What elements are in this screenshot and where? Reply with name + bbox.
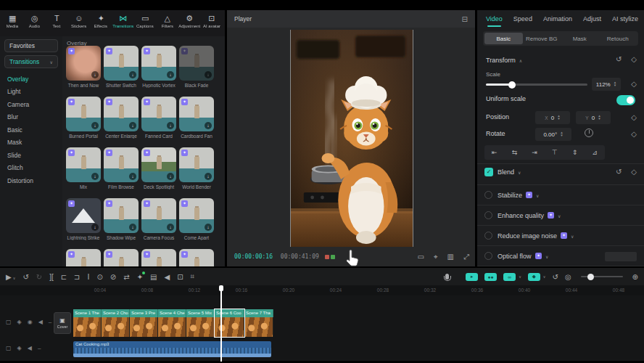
- keyframe-icon[interactable]: ◇: [631, 130, 637, 138]
- uniform-scale-toggle[interactable]: [616, 95, 635, 105]
- transition-item[interactable]: ✦↓: [66, 249, 101, 266]
- captions-tool-icon[interactable]: ▤: [150, 273, 157, 281]
- subtab-retouch[interactable]: Retouch: [599, 33, 637, 44]
- tab-filters[interactable]: △Filters: [157, 12, 179, 36]
- level-icon[interactable]: ⊿: [592, 149, 598, 156]
- lock-icon[interactable]: ◈: [17, 345, 22, 351]
- track-frame-icon[interactable]: ▢: [6, 319, 12, 325]
- step-down-icon[interactable]: ▼: [614, 84, 616, 87]
- mark-in-icon[interactable]: Ⅰ: [88, 273, 90, 281]
- snapshot-icon[interactable]: ⌖: [434, 253, 438, 261]
- quality-icon[interactable]: ▥: [447, 253, 454, 261]
- transition-item-camera-focus[interactable]: ✦↓Camera Focus: [141, 198, 176, 240]
- flip-horizontal-icon[interactable]: ⇆: [512, 149, 518, 156]
- transition-item[interactable]: ✦↓: [141, 249, 176, 266]
- transition-thumbnail[interactable]: ✦↓: [66, 147, 101, 182]
- sidebar-item-blur[interactable]: Blur: [0, 111, 62, 124]
- tab-media[interactable]: ▦Media: [1, 12, 24, 36]
- optical-flow-action[interactable]: [605, 252, 637, 261]
- optical-flow-checkbox[interactable]: [484, 252, 492, 260]
- clip-scene-4-che[interactable]: Scene 4 Che: [158, 309, 186, 337]
- align-left-icon[interactable]: ⇤: [492, 149, 498, 156]
- transition-item-lightning-strike[interactable]: ✦↓Lightning Strike: [66, 198, 101, 240]
- chevron-down-icon[interactable]: ∨: [536, 193, 539, 198]
- transition-thumbnail[interactable]: ✦↓: [179, 97, 214, 131]
- tab-text[interactable]: TText: [46, 12, 68, 36]
- chevron-down-icon[interactable]: ∨: [545, 254, 548, 259]
- tab-adjust[interactable]: Adjust: [583, 15, 601, 23]
- transition-item-cardboard-fan[interactable]: ✦↓Cardboard Fan: [179, 97, 214, 139]
- freeze-icon[interactable]: ⊙: [96, 273, 102, 281]
- reduce-image-noise-checkbox[interactable]: [484, 232, 492, 240]
- auto-snapping-icon[interactable]: ◆: [528, 273, 540, 281]
- enhance-quality-checkbox[interactable]: [484, 211, 492, 219]
- tab-speed[interactable]: Speed: [513, 15, 532, 23]
- trim-right-icon[interactable]: ⊐: [74, 273, 80, 281]
- scale-slider-handle[interactable]: [508, 81, 516, 89]
- chevron-down-icon[interactable]: ∨: [519, 274, 521, 279]
- timeline-zoom-slider[interactable]: [581, 276, 623, 277]
- transition-item-center-enlarge[interactable]: ✦↓Center Enlarge: [104, 97, 139, 139]
- sidebar-item-basic[interactable]: Basic: [0, 123, 62, 136]
- microphone-icon[interactable]: [445, 274, 449, 280]
- clip-scene-5-mix[interactable]: Scene 5 Mix: [186, 309, 215, 337]
- tab-ai-avatar[interactable]: ⊡AI avatar: [201, 12, 223, 36]
- tab-captions[interactable]: ▭Captions: [134, 12, 157, 36]
- tab-ai-stylize[interactable]: AI stylize: [612, 15, 638, 23]
- audio-clip[interactable]: Cat Cooking.mp3: [73, 341, 271, 357]
- transition-item-hypnotic-vortex[interactable]: ✦↓Hypnotic Vortex: [141, 46, 176, 88]
- clip-scene-3-pre[interactable]: Scene 3 Pre: [130, 309, 158, 337]
- step-down-icon[interactable]: ▼: [598, 118, 600, 121]
- collapse-icon[interactable]: –: [38, 345, 41, 351]
- transition-thumbnail[interactable]: ✦↓: [104, 249, 139, 266]
- transition-thumbnail[interactable]: ✦↓: [66, 46, 101, 81]
- reset-icon[interactable]: ↺: [616, 55, 622, 63]
- sidebar-item-distortion[interactable]: Distortion: [0, 174, 62, 187]
- transition-item-then-and-now[interactable]: ✦↓Then and Now: [66, 46, 101, 88]
- trim-left-icon[interactable]: ⊏: [61, 273, 67, 281]
- clip-scene-6-coo[interactable]: Scene 6 Coo: [215, 309, 244, 337]
- transition-item-burned-portal[interactable]: ✦↓Burned Portal: [66, 97, 101, 139]
- collapse-icon[interactable]: –: [49, 319, 51, 325]
- sidebar-item-mask[interactable]: Mask: [0, 136, 62, 150]
- keyframe-icon[interactable]: ◇: [631, 55, 637, 63]
- step-down-icon[interactable]: ▼: [560, 134, 563, 137]
- audio-tool-icon[interactable]: ◀: [164, 273, 170, 281]
- transition-thumbnail[interactable]: ✦↓: [179, 147, 214, 182]
- chevron-down-icon[interactable]: ∨: [543, 274, 546, 279]
- zoom-in-icon[interactable]: ⊕: [632, 273, 638, 281]
- track-frame-icon[interactable]: ▢: [6, 345, 12, 351]
- track-magnet-icon[interactable]: ●●: [484, 273, 497, 281]
- tab-effects[interactable]: ✦Effects: [90, 12, 112, 36]
- tab-animation[interactable]: Animation: [543, 15, 572, 23]
- sidebar-item-camera[interactable]: Camera: [0, 98, 62, 111]
- blend-checkbox[interactable]: ✓: [484, 168, 493, 176]
- transition-item[interactable]: ✦↓: [179, 249, 214, 266]
- align-top-icon[interactable]: ⊤: [552, 149, 558, 156]
- transition-thumbnail[interactable]: ✦↓: [104, 147, 139, 182]
- transition-thumbnail[interactable]: ✦↓: [141, 198, 176, 233]
- transition-thumbnail[interactable]: ✦↓: [104, 97, 139, 131]
- sidebar-item-light[interactable]: Light: [0, 86, 62, 99]
- transition-thumbnail[interactable]: ✦↓: [66, 249, 101, 266]
- select-tool-icon[interactable]: ▶∨: [6, 273, 15, 281]
- transitions-dropdown[interactable]: Transitions ∨: [4, 55, 58, 68]
- tab-transitions[interactable]: ⋈Transitions: [112, 12, 135, 36]
- cover-button[interactable]: ▣ Cover: [54, 312, 71, 334]
- transition-thumbnail[interactable]: ✦↓: [141, 147, 176, 182]
- transition-item-fanned-card[interactable]: ✦↓Fanned Card: [141, 97, 176, 139]
- eye-icon[interactable]: ◉: [28, 319, 33, 325]
- step-down-icon[interactable]: ▼: [557, 118, 560, 121]
- split-icon[interactable]: ][: [49, 273, 54, 281]
- clip-scene-7-tha[interactable]: Scene 7 Tha: [244, 309, 273, 337]
- tab-adjustment[interactable]: ⚙Adjustment: [178, 12, 201, 36]
- tab-video[interactable]: Video: [486, 15, 503, 23]
- transition-item[interactable]: ✦↓: [104, 249, 139, 266]
- scale-slider[interactable]: [486, 83, 587, 86]
- fit-timeline-icon[interactable]: ↺: [552, 273, 558, 281]
- transition-thumbnail[interactable]: ✦↓: [104, 198, 139, 233]
- transition-thumbnail[interactable]: ✦↓: [179, 249, 214, 266]
- subtab-mask[interactable]: Mask: [561, 33, 599, 44]
- align-right-icon[interactable]: ⇥: [532, 149, 537, 156]
- subtab-basic[interactable]: Basic: [484, 33, 523, 44]
